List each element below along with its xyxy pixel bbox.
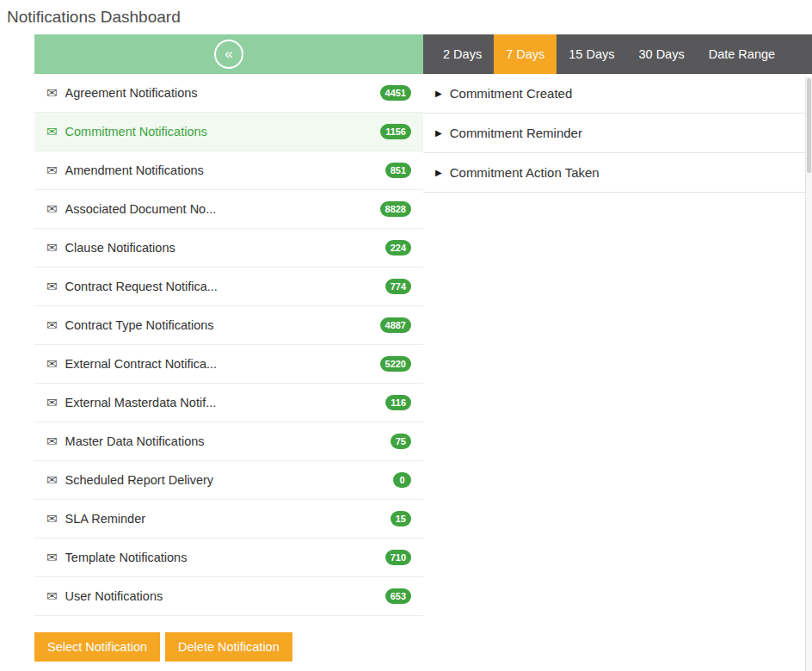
envelope-icon: ✉ <box>46 550 58 565</box>
notification-category-label: Contract Request Notifica... <box>65 280 385 293</box>
list-item-external-masterdata-notif[interactable]: ✉External Masterdata Notif...116 <box>34 384 423 422</box>
envelope-icon: ✉ <box>46 279 58 294</box>
count-badge: 0 <box>393 472 411 488</box>
tab-7-days[interactable]: 7 Days <box>494 34 557 74</box>
list-item-associated-document-no[interactable]: ✉Associated Document No...8828 <box>34 190 423 229</box>
tab-date-range[interactable]: Date Range <box>697 34 787 74</box>
scrollbar-thumb[interactable] <box>807 78 811 173</box>
expand-arrow-icon: ▶ <box>435 89 442 98</box>
count-badge: 1156 <box>380 124 411 139</box>
group-label: Commitment Action Taken <box>450 165 600 180</box>
page-title: Notifications Dashboard <box>0 0 812 34</box>
list-item-template-notifications[interactable]: ✉Template Notifications710 <box>34 539 423 577</box>
envelope-icon: ✉ <box>46 588 58 604</box>
envelope-icon: ✉ <box>46 434 58 449</box>
count-badge: 15 <box>391 511 411 526</box>
count-badge: 116 <box>385 395 411 410</box>
envelope-icon: ✉ <box>46 240 58 255</box>
count-badge: 75 <box>391 434 411 449</box>
footer-buttons: Select NotificationDelete Notification <box>34 632 423 662</box>
notification-category-label: User Notifications <box>65 589 385 603</box>
envelope-icon: ✉ <box>46 163 58 178</box>
list-item-sla-reminder[interactable]: ✉SLA Reminder15 <box>34 500 423 539</box>
list-item-amendment-notifications[interactable]: ✉Amendment Notifications851 <box>34 151 423 190</box>
notification-category-label: Agreement Notifications <box>65 86 380 100</box>
notification-category-label: Clause Notifications <box>65 241 385 255</box>
envelope-icon: ✉ <box>46 85 58 101</box>
notification-category-label: Contract Type Notifications <box>65 318 380 332</box>
count-badge: 224 <box>385 240 411 255</box>
chevron-double-left-icon: « <box>225 46 232 61</box>
list-item-external-contract-notifica[interactable]: ✉External Contract Notifica...5220 <box>34 345 423 384</box>
list-item-agreement-notifications[interactable]: ✉Agreement Notifications4451 <box>34 74 423 113</box>
notification-category-label: Commitment Notifications <box>65 125 381 139</box>
expand-arrow-icon: ▶ <box>435 168 442 177</box>
list-item-scheduled-report-delivery[interactable]: ✉Scheduled Report Delivery0 <box>34 461 423 500</box>
list-item-commitment-notifications[interactable]: ✉Commitment Notifications1156 <box>34 113 423 151</box>
tab-30-days[interactable]: 30 Days <box>626 34 696 74</box>
notification-category-label: Associated Document No... <box>65 202 380 216</box>
envelope-icon: ✉ <box>46 317 58 333</box>
count-badge: 653 <box>385 588 411 604</box>
group-label: Commitment Created <box>450 86 573 101</box>
tab-15-days[interactable]: 15 Days <box>557 34 626 74</box>
count-badge: 5220 <box>380 356 411 372</box>
list-item-contract-type-notifications[interactable]: ✉Contract Type Notifications4887 <box>34 306 423 345</box>
count-badge: 710 <box>385 550 411 565</box>
group-row-commitment-reminder[interactable]: ▶Commitment Reminder <box>423 114 812 153</box>
notification-category-label: Amendment Notifications <box>65 163 385 177</box>
notification-panel: « ✉Agreement Notifications4451✉Commitmen… <box>34 34 423 662</box>
notification-category-label: External Masterdata Notif... <box>65 396 386 409</box>
count-badge: 8828 <box>380 201 411 217</box>
group-row-commitment-action-taken[interactable]: ▶Commitment Action Taken <box>423 153 812 193</box>
envelope-icon: ✉ <box>46 201 58 217</box>
dashboard: « ✉Agreement Notifications4451✉Commitmen… <box>34 34 812 662</box>
list-item-master-data-notifications[interactable]: ✉Master Data Notifications75 <box>34 422 423 461</box>
detail-panel: 2 Days7 Days15 Days30 DaysDate Range ▶Co… <box>423 34 812 193</box>
notification-category-label: Scheduled Report Delivery <box>65 473 393 487</box>
count-badge: 774 <box>385 279 411 294</box>
notification-panel-header: « <box>34 34 423 74</box>
vertical-scrollbar[interactable] <box>805 77 812 671</box>
envelope-icon: ✉ <box>46 356 58 372</box>
envelope-icon: ✉ <box>46 472 58 488</box>
notification-category-label: External Contract Notifica... <box>65 357 380 371</box>
list-item-clause-notifications[interactable]: ✉Clause Notifications224 <box>34 229 423 268</box>
select-notification-button[interactable]: Select Notification <box>34 632 160 662</box>
envelope-icon: ✉ <box>46 395 58 410</box>
notification-category-label: SLA Reminder <box>65 512 391 526</box>
tab-bar: 2 Days7 Days15 Days30 DaysDate Range <box>423 34 812 74</box>
notification-groups: ▶Commitment Created▶Commitment Reminder▶… <box>423 74 812 193</box>
notification-category-label: Template Notifications <box>65 551 385 564</box>
group-row-commitment-created[interactable]: ▶Commitment Created <box>423 74 812 114</box>
notification-list: ✉Agreement Notifications4451✉Commitment … <box>34 74 423 616</box>
tab-2-days[interactable]: 2 Days <box>431 34 494 74</box>
count-badge: 4887 <box>380 317 411 333</box>
list-item-contract-request-notifica[interactable]: ✉Contract Request Notifica...774 <box>34 268 423 306</box>
count-badge: 4451 <box>380 85 411 101</box>
collapse-panel-button[interactable]: « <box>214 40 243 69</box>
notification-category-label: Master Data Notifications <box>65 434 391 448</box>
delete-notification-button[interactable]: Delete Notification <box>165 632 292 662</box>
list-item-user-notifications[interactable]: ✉User Notifications653 <box>34 577 423 616</box>
count-badge: 851 <box>385 163 411 178</box>
group-label: Commitment Reminder <box>450 126 582 140</box>
envelope-icon: ✉ <box>46 511 58 526</box>
expand-arrow-icon: ▶ <box>435 128 442 138</box>
envelope-icon: ✉ <box>46 124 58 139</box>
